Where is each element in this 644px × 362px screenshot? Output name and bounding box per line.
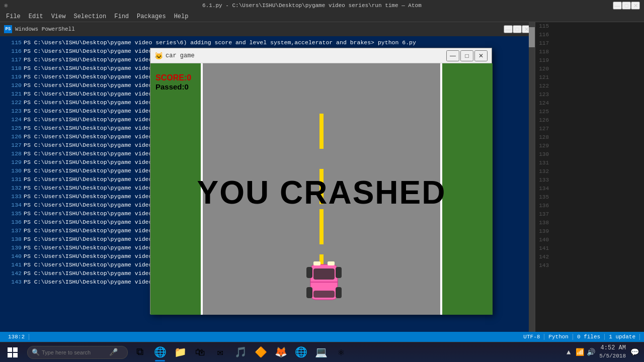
search-icon: 🔍 (32, 348, 40, 356)
atom-line: 135 (535, 193, 644, 202)
menu-edit[interactable]: Edit (25, 12, 47, 21)
svg-rect-8 (313, 261, 320, 265)
edge-icon: 🌐 (154, 346, 167, 358)
taskbar-atom[interactable]: ⚛ (331, 342, 351, 363)
title-bar: ⚛ 6.1.py - C:\Users\ISHU\Desktop\pygame … (0, 0, 644, 11)
taskbar-store[interactable]: 🛍 (190, 342, 210, 363)
atom-line: 121 (535, 73, 644, 82)
atom-line: 122 (535, 82, 644, 90)
atom-line: 119 (535, 56, 644, 65)
atom-line: 141 (535, 244, 644, 253)
start-button[interactable] (0, 342, 25, 363)
taskbar-explorer[interactable]: 📁 (170, 342, 190, 363)
menu-file[interactable]: File (2, 12, 25, 21)
taskbar-spotify[interactable]: 🎵 (230, 342, 251, 363)
status-update: 1 update (605, 334, 640, 340)
ps-icon: PS (4, 25, 12, 33)
car-game-titlebar: 🐱 car game — □ ✕ (150, 48, 492, 63)
firefox-icon: 🦊 (275, 346, 287, 358)
atom-line: 117 (535, 39, 644, 48)
app-icon: ⚛ (4, 2, 8, 10)
atom-line: 118 (535, 48, 644, 56)
taskbar-firefox[interactable]: 🦊 (271, 342, 291, 363)
taskbar-apps: ⧉ 🌐 📁 🛍 ✉ 🎵 🔶 🦊 🌐 💻 ⚛ (130, 342, 563, 363)
status-right: UTF-8 Python 0 files 1 update (519, 334, 640, 340)
task-view-button[interactable]: ⧉ (130, 342, 150, 363)
minimize-button[interactable]: — (613, 2, 622, 10)
svg-rect-9 (328, 261, 335, 265)
road-dash-1 (319, 114, 324, 149)
score-display: SCORE:0 Passed:0 (155, 73, 191, 91)
search-bar[interactable]: 🔍 🎤 (27, 346, 128, 359)
ps-title: Windows PowerShell (15, 26, 75, 32)
atom-line: 139 (535, 227, 644, 236)
clock-date: 5/5/2018 (599, 352, 626, 360)
menu-packages[interactable]: Packages (133, 12, 170, 21)
svg-rect-6 (336, 267, 342, 278)
atom-line: 133 (535, 176, 644, 185)
title-bar-text: 6.1.py - C:\Users\ISHU\Desktop\pygame vi… (11, 3, 613, 9)
store-icon: 🛍 (195, 346, 205, 358)
menu-selection[interactable]: Selection (69, 12, 110, 21)
ps-line: 115PS C:\Users\ISHU\Desktop\pygame video… (4, 38, 531, 47)
menu-find[interactable]: Find (110, 12, 133, 21)
chrome-orange-icon: 🔶 (255, 346, 267, 358)
mail-icon: ✉ (217, 346, 223, 358)
atom-line: 136 (535, 202, 644, 210)
atom-line: 116 (535, 31, 644, 39)
svg-rect-7 (336, 287, 342, 298)
tray-volume[interactable]: 🔊 (585, 347, 596, 358)
close-button[interactable]: ✕ (631, 2, 640, 10)
microphone-icon[interactable]: 🎤 (109, 348, 118, 356)
svg-rect-23 (8, 353, 12, 357)
car-game-title: car game (166, 52, 445, 59)
time-display[interactable]: 4:52 AM 5/5/2018 (596, 344, 629, 360)
svg-rect-22 (13, 347, 18, 352)
atom-line: 143 (535, 261, 644, 270)
enemy-car (296, 312, 337, 315)
car-minimize-button[interactable]: — (446, 50, 459, 61)
tray-expand[interactable]: ▲ (563, 347, 574, 358)
passed-text: Passed:0 (155, 82, 191, 91)
taskbar-mail[interactable]: ✉ (210, 342, 230, 363)
taskbar-powershell[interactable]: 💻 (311, 342, 331, 363)
car-game-icon: 🐱 (154, 52, 163, 60)
status-cursor: 138:2 (4, 334, 29, 340)
taskbar: 🔍 🎤 ⧉ 🌐 📁 🛍 ✉ 🎵 🔶 🦊 🌐 (0, 342, 644, 362)
taskbar-chrome-orange[interactable]: 🔶 (251, 342, 271, 363)
status-bar: 138:2 UTF-8 Python 0 files 1 update (0, 332, 644, 342)
atom-line: 115 (535, 22, 644, 31)
atom-code-area: 1151161171181191201211221231241251261271… (535, 22, 644, 342)
taskbar-right: ▲ 📶 🔊 4:52 AM 5/5/2018 💬 (563, 344, 644, 360)
atom-line: 138 (535, 219, 644, 227)
svg-rect-21 (8, 347, 12, 352)
notifications-icon[interactable]: 💬 (629, 347, 640, 358)
atom-line: 127 (535, 125, 644, 133)
atom-line: 129 (535, 142, 644, 150)
svg-rect-4 (306, 267, 312, 278)
atom-line: 142 (535, 253, 644, 261)
maximize-button[interactable]: □ (622, 2, 631, 10)
atom-line: 131 (535, 159, 644, 167)
ps-maximize[interactable]: □ (513, 25, 522, 33)
search-input[interactable] (42, 349, 107, 355)
menu-view[interactable]: View (47, 12, 70, 21)
ps-minimize[interactable]: — (504, 25, 513, 33)
taskbar-chrome[interactable]: 🌐 (291, 342, 311, 363)
spotify-icon: 🎵 (234, 346, 247, 358)
chrome-icon: 🌐 (295, 346, 307, 358)
car-close-button[interactable]: ✕ (474, 50, 488, 61)
atom-line: 126 (535, 116, 644, 125)
atom-line: 134 (535, 185, 644, 193)
menu-bar: File Edit View Selection Find Packages H… (0, 11, 644, 22)
car-maximize-button[interactable]: □ (460, 50, 473, 61)
taskbar-edge[interactable]: 🌐 (150, 342, 170, 363)
car-game-window[interactable]: 🐱 car game — □ ✕ SCORE:0 Passed:0 YOU CR… (150, 48, 492, 314)
menu-help[interactable]: Help (170, 12, 193, 21)
crash-text: YOU CRASHED (150, 174, 493, 211)
tray-network[interactable]: 📶 (574, 347, 585, 358)
svg-rect-1 (313, 268, 335, 280)
status-encoding: UTF-8 (519, 334, 544, 340)
atom-line: 130 (535, 150, 644, 159)
road-dash-3 (319, 209, 324, 244)
